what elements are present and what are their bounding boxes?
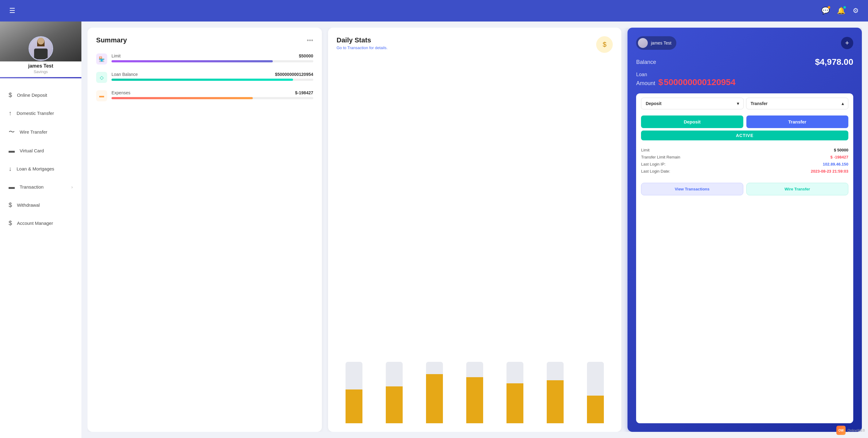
transfer-chevron-up-icon: ▴ [842, 101, 844, 106]
add-button[interactable]: + [841, 37, 853, 49]
active-badge: ACTIVE [641, 130, 848, 140]
avatar-body [34, 49, 48, 59]
chevron-right-icon: › [71, 185, 73, 189]
download-icon: ↓ [9, 165, 12, 172]
sidebar-item-account-manager[interactable]: $ Account Manager [0, 214, 82, 232]
sidebar-nav: $ Online Deposit ↑ Domestic Transfer 〜 W… [0, 83, 82, 438]
summary-menu-icon[interactable]: ••• [307, 37, 313, 44]
chat-badge [828, 6, 830, 9]
profile-name: james Test [28, 63, 54, 69]
sidebar-item-virtual-card[interactable]: ▬ Virtual Card [0, 142, 82, 160]
expenses-bar-bg [112, 97, 313, 99]
dollar-icon: $ [9, 201, 12, 209]
chip-user-name: james Test [651, 40, 672, 45]
loan-balance-bar [112, 79, 293, 81]
nav-right: 💬 🔔 ⚙ [821, 7, 859, 15]
limit-bar [112, 60, 273, 62]
summary-title: Summary [96, 36, 127, 44]
expenses-value: $-198427 [295, 90, 313, 95]
chat-icon[interactable]: 💬 [821, 7, 830, 15]
sidebar-item-label: Online Deposit [17, 92, 47, 98]
upload-icon: ↑ [9, 110, 12, 117]
last-login-ip-label: Last Login IP: [641, 162, 665, 166]
account-user-chip: james Test [636, 36, 676, 50]
account-card: james Test + Balance $4,978.00 Loan Amou… [627, 28, 862, 432]
bar-6 [538, 362, 572, 423]
watermark: OW OnlineWEB [836, 426, 865, 435]
loan-amount-label: Amount [636, 80, 655, 87]
loan-balance-value: $500000000120954 [275, 72, 313, 77]
sidebar-item-label: Withdrawal [17, 202, 40, 208]
profile-account-type: Savings [33, 69, 48, 74]
bar-3 [417, 362, 452, 423]
limit-value: $50000 [299, 54, 313, 58]
limit-icon: 🏪 [96, 54, 107, 64]
nav-left: ☰ [9, 7, 16, 15]
loan-balance-label: Loan Balance [112, 72, 138, 77]
sidebar-item-withdrawal[interactable]: $ Withdrawal [0, 196, 82, 214]
transaction-icon: ▬ [9, 183, 15, 190]
deposit-tab[interactable]: Deposit ▾ [641, 98, 743, 110]
loan-dollar-sign: $ [658, 77, 663, 87]
sidebar-item-transaction[interactable]: ▬ Transaction › [0, 178, 82, 196]
dollar-icon: $ [9, 220, 12, 227]
bar-4 [457, 362, 492, 423]
loan-value: 500000000120954 [664, 77, 736, 87]
transfer-limit-value: $ -198427 [830, 155, 848, 159]
deposit-button[interactable]: Deposit [641, 116, 743, 128]
sidebar-item-label: Domestic Transfer [17, 111, 54, 116]
transfer-button[interactable]: Transfer [746, 116, 848, 128]
expenses-stat: ▬ Expenses $-198427 [96, 90, 313, 101]
bar-5 [498, 362, 532, 423]
daily-stats-title: Daily Stats [337, 36, 388, 44]
sidebar-item-label: Loan & Mortgages [17, 166, 54, 171]
expenses-bar [112, 97, 253, 99]
settings-icon[interactable]: ⚙ [852, 7, 859, 15]
bell-icon[interactable]: 🔔 [837, 7, 845, 15]
last-login-date-label: Last Login Date: [641, 169, 670, 174]
sidebar-item-wire-transfer[interactable]: 〜 Wire Transfer [0, 122, 82, 142]
transfer-tab[interactable]: Transfer ▴ [746, 98, 848, 110]
expenses-label: Expenses [112, 90, 130, 95]
last-login-date-value: 2023-08-23 21:59:03 [811, 169, 848, 174]
limit-stat: 🏪 Limit $50000 [96, 54, 313, 64]
dollar-icon: $ [9, 92, 12, 99]
loan-balance-bar-bg [112, 79, 313, 81]
deposit-chevron-down-icon: ▾ [737, 101, 739, 106]
sidebar-item-label: Wire Transfer [20, 129, 47, 134]
sidebar-item-label: Transaction [20, 184, 43, 189]
sidebar-item-loan-mortgages[interactable]: ↓ Loan & Mortgages [0, 160, 82, 178]
balance-label: Balance [636, 59, 656, 65]
content-area: Summary ••• 🏪 Limit $50000 [82, 22, 868, 438]
limit-bar-bg [112, 60, 313, 62]
last-login-ip-value: 102.89.46.150 [823, 162, 848, 166]
sidebar-item-online-deposit[interactable]: $ Online Deposit [0, 86, 82, 104]
loan-section: Loan Amount $ 500000000120954 [636, 72, 853, 87]
transfer-limit-label: Transfer Limit Remain [641, 155, 680, 159]
limit-detail-value: $ 50000 [834, 148, 848, 152]
sidebar-profile: james Test Savings [0, 22, 82, 83]
bell-badge [843, 6, 846, 9]
expenses-icon: ▬ [96, 90, 107, 101]
limit-detail-label: Limit [641, 148, 649, 152]
sidebar: james Test Savings $ Online Deposit ↑ Do… [0, 22, 82, 438]
sidebar-item-domestic-transfer[interactable]: ↑ Domestic Transfer [0, 104, 82, 122]
loan-balance-icon: ◇ [96, 72, 107, 83]
balance-value: $4,978.00 [815, 57, 853, 67]
account-details: Limit $ 50000 Transfer Limit Remain $ -1… [641, 148, 848, 176]
daily-chart [337, 55, 613, 423]
main-layout: james Test Savings $ Online Deposit ↑ Do… [0, 22, 868, 438]
daily-stats-icon: $ [596, 36, 613, 53]
view-transactions-button[interactable]: View Transactions [641, 183, 743, 195]
transfer-tab-label: Transfer [751, 101, 768, 106]
bar-7 [578, 362, 613, 423]
account-white-section: Deposit ▾ Transfer ▴ Deposit Transfer AC… [636, 93, 853, 423]
wire-transfer-button[interactable]: Wire Transfer [746, 183, 848, 195]
bar-2 [377, 362, 411, 423]
daily-stats-subtitle[interactable]: Go to Transaction for details. [337, 45, 388, 50]
deposit-tab-label: Deposit [646, 101, 661, 106]
avatar-head [37, 38, 44, 44]
sidebar-item-label: Account Manager [17, 221, 53, 226]
chip-avatar [638, 38, 648, 48]
hamburger-icon[interactable]: ☰ [9, 7, 16, 15]
